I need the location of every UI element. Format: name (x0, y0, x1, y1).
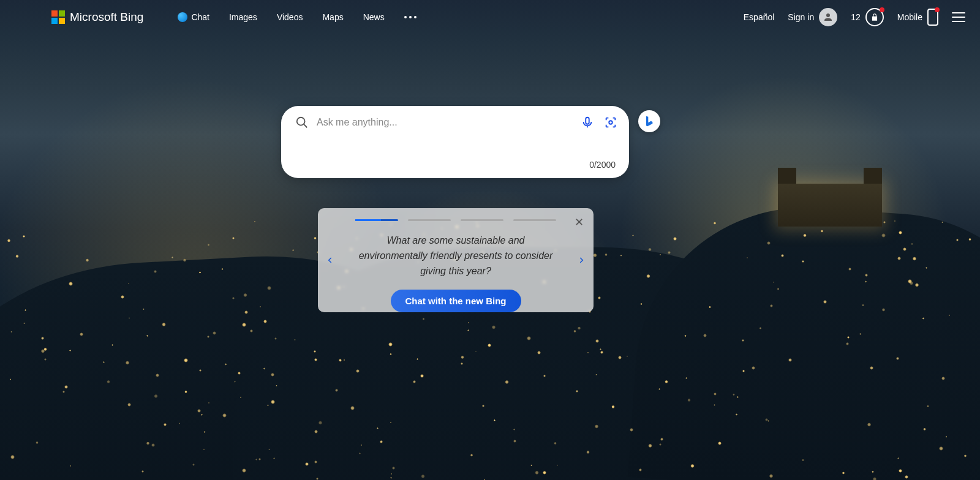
brand-text: Microsoft Bing (70, 10, 143, 24)
mobile-icon (927, 9, 938, 26)
svg-rect-2 (586, 118, 589, 124)
language-label: Español (744, 12, 775, 22)
header: Microsoft Bing Chat Images Videos Maps N… (0, 0, 980, 34)
chat-icon (178, 12, 187, 22)
promo-progress (355, 219, 556, 221)
promo-prev-button[interactable] (323, 253, 337, 268)
nav-images[interactable]: Images (229, 12, 257, 22)
top-nav: Chat Images Videos Maps News (178, 12, 416, 22)
promo-progress-seg[interactable] (408, 219, 451, 221)
nav-videos[interactable]: Videos (277, 12, 303, 22)
more-icon (404, 16, 417, 18)
promo-progress-seg[interactable] (513, 219, 556, 221)
search-box: 0/2000 (281, 106, 629, 178)
voice-search-icon[interactable] (579, 114, 596, 131)
nav-label: Chat (191, 12, 209, 22)
promo-question: What are some sustainable and environmen… (355, 233, 557, 279)
nav-maps[interactable]: Maps (322, 12, 343, 22)
mobile-link[interactable]: Mobile (897, 9, 938, 26)
svg-point-3 (609, 121, 612, 124)
nav-chat[interactable]: Chat (178, 12, 209, 22)
microsoft-logo-icon (51, 10, 65, 24)
close-icon[interactable]: ✕ (575, 217, 584, 228)
promo-next-button[interactable] (574, 253, 589, 268)
rewards-points: 12 (851, 12, 861, 22)
signin[interactable]: Sign in (788, 8, 837, 26)
rewards-icon (865, 8, 884, 26)
notification-dot-icon (880, 7, 884, 12)
nav-news[interactable]: News (363, 12, 385, 22)
background-castle (778, 184, 882, 227)
chat-cta-label: Chat with the new Bing (405, 296, 507, 306)
language-switch[interactable]: Español (744, 12, 775, 22)
menu-button[interactable] (952, 12, 965, 22)
nav-label: Maps (322, 12, 343, 22)
chat-cta-button[interactable]: Chat with the new Bing (391, 290, 521, 312)
brand-logo[interactable]: Microsoft Bing (51, 10, 143, 24)
char-counter: 0/2000 (589, 160, 616, 170)
promo-progress-seg[interactable] (355, 219, 398, 221)
promo-progress-seg[interactable] (461, 219, 503, 221)
rewards[interactable]: 12 (851, 8, 884, 26)
mobile-label: Mobile (897, 12, 922, 22)
svg-line-1 (304, 124, 307, 127)
nav-label: Videos (277, 12, 303, 22)
bing-chat-bubble[interactable] (638, 110, 660, 132)
search-input[interactable] (317, 117, 573, 128)
search-row (281, 106, 629, 135)
svg-point-0 (297, 118, 305, 126)
image-search-icon[interactable] (602, 114, 619, 131)
nav-label: Images (229, 12, 257, 22)
promo-card: ✕ What are some sustainable and environm… (318, 208, 594, 312)
search-icon[interactable] (293, 114, 311, 131)
notification-dot-icon (935, 7, 940, 12)
nav-label: News (363, 12, 385, 22)
avatar-icon (819, 8, 837, 26)
nav-more[interactable] (404, 16, 417, 18)
signin-label: Sign in (788, 12, 814, 22)
background-hill (628, 196, 980, 480)
header-right: Español Sign in 12 Mobile (744, 8, 965, 26)
